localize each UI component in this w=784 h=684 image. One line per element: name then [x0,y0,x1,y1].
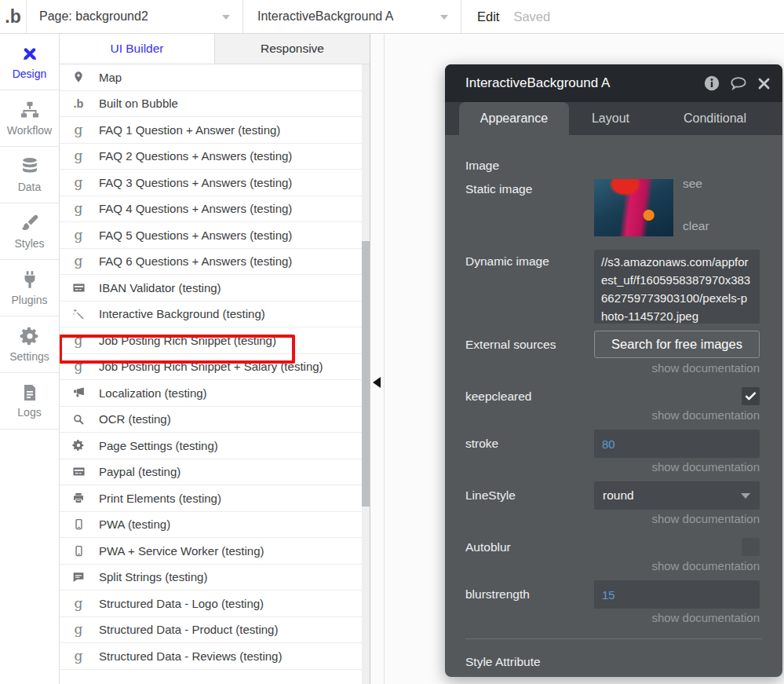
magic-wand-icon [69,308,88,320]
sidebar-item-plugins[interactable]: Plugins [0,260,59,316]
keepcleared-checkbox[interactable] [742,387,760,405]
document-icon [20,383,39,402]
list-item[interactable]: g Structured Data - Logo (testing) [60,591,370,617]
tab-conditional[interactable]: Conditional [652,102,778,135]
list-item[interactable]: Print Elements (testing) [60,485,370,512]
plug-icon [20,269,40,290]
linestyle-select[interactable]: round [594,481,760,510]
list-item[interactable]: g Structured Data - Product (testing) [60,617,370,644]
list-item[interactable]: g FAQ 3 Questions + Answers (testing) [60,170,370,196]
topbar: .b Page: background2 InteractiveBackgrou… [0,0,784,34]
chevron-down-icon [440,15,448,20]
static-image-label: Static image [465,182,532,196]
collapse-panel-arrow-icon[interactable] [373,377,381,388]
stroke-input[interactable] [594,430,760,458]
show-documentation-link[interactable]: show documentation [651,361,760,375]
page-selector-dropdown[interactable]: Page: background2 [27,0,243,33]
search-free-images-button[interactable]: Search for free images [594,331,760,358]
property-editor-title: InteractiveBackground A [465,75,695,91]
sidebar-item-settings[interactable]: Settings [0,316,59,373]
bubble-logo[interactable]: .b [0,0,27,33]
list-item[interactable]: g FAQ 4 Questions + Answers (testing) [60,196,370,223]
property-editor-body: Image Static image see clear Dynamic ima… [445,135,782,677]
list-item-label: Structured Data - Product (testing) [99,623,278,636]
workflow-icon [20,100,40,120]
list-item[interactable]: Paypal (testing) [60,459,370,486]
sidebar-item-label: Design [13,68,47,80]
list-item[interactable]: Split Strings (testing) [60,565,370,591]
canvas-edge-line [384,34,385,684]
magnifier-icon [69,413,88,426]
list-item-label: Split Strings (testing) [99,570,207,583]
show-documentation-link[interactable]: show documentation [651,512,760,525]
speech-bubble-icon [69,571,88,583]
stroke-label: stroke [465,437,498,451]
list-item[interactable]: g Job Posting Rich Snippet + Salary (tes… [60,354,370,381]
see-link[interactable]: see [683,177,702,191]
google-g-icon: g [69,202,88,215]
sidebar-item-design[interactable]: Design [0,34,59,90]
list-item[interactable]: g FAQ 2 Questions + Answers (testing) [60,144,370,170]
chevron-down-icon [222,15,230,20]
list-item[interactable]: OCR (testing) [60,407,370,433]
tab-ui-builder[interactable]: UI Builder [60,34,215,64]
elements-panel-tabs: UI Builder Responsive [60,34,370,64]
show-documentation-link[interactable]: show documentation [651,408,760,422]
autoblur-checkbox[interactable] [742,538,760,556]
list-item-label: FAQ 3 Questions + Answers (testing) [99,176,292,189]
list-item[interactable]: Interactive Background (testing) [60,302,370,328]
sidebar-item-data[interactable]: Data [0,147,59,203]
elements-list: Map .b Built on Bubble g FAQ 1 Question … [60,64,370,670]
tab-responsive[interactable]: Responsive [215,34,370,64]
static-image-thumbnail[interactable] [594,179,673,236]
dynamic-image-label: Dynamic image [465,254,549,269]
list-item[interactable]: Page Settings (testing) [60,433,370,459]
clear-link[interactable]: clear [683,219,709,233]
show-documentation-link[interactable]: show documentation [651,559,760,572]
sidebar-item-workflow[interactable]: Workflow [0,90,59,147]
blurstrength-input[interactable] [594,580,760,609]
list-item-label: Map [99,71,122,84]
comment-icon[interactable] [729,75,748,92]
sidebar: Design Workflow Data Styles Plugins Sett… [0,34,60,684]
show-documentation-link[interactable]: show documentation [651,460,760,474]
design-icon [20,43,40,64]
printer-icon [69,492,88,504]
credit-card-icon [69,281,88,294]
section-divider [465,638,762,639]
close-icon[interactable] [757,76,771,91]
brush-icon [20,213,40,233]
list-item-label: Structured Data - Logo (testing) [99,597,264,610]
sidebar-item-logs[interactable]: Logs [0,373,59,430]
edit-menu[interactable]: Edit [477,0,499,33]
sidebar-item-label: Settings [9,350,49,363]
tab-layout[interactable]: Layout [569,102,652,135]
list-item-label: PWA + Service Worker (testing) [99,544,264,558]
list-item[interactable]: g Structured Data - Reviews (testing) [60,643,370,670]
dynamic-image-input[interactable]: //s3.amazonaws.com/appforest_uf/f1605958… [594,250,760,324]
list-item[interactable]: g Job Posting Rich Snippet (testing) [60,327,370,354]
list-item[interactable]: Localization (testing) [60,380,370,407]
list-item[interactable]: .b Built on Bubble [60,91,370,118]
list-item[interactable]: PWA (testing) [60,512,370,539]
list-item[interactable]: Map [60,64,370,91]
sidebar-item-label: Data [18,181,42,193]
list-item[interactable]: IBAN Validator (testing) [60,275,370,302]
tab-appearance[interactable]: Appearance [459,102,569,135]
list-scrollbar-thumb[interactable] [362,241,370,507]
property-editor-titlebar: InteractiveBackground A [445,64,782,102]
google-g-icon: g [69,597,88,610]
gear-icon [69,439,88,452]
list-item[interactable]: g FAQ 5 Questions + Answers (testing) [60,222,370,249]
external-sources-label: External sources [465,338,556,352]
list-scrollbar-track[interactable] [362,64,370,684]
list-item[interactable]: PWA + Service Worker (testing) [60,538,370,565]
list-item[interactable]: g FAQ 1 Question + Answer (testing) [60,117,370,144]
sidebar-item-styles[interactable]: Styles [0,203,59,260]
list-item[interactable]: g FAQ 6 Questions + Answers (testing) [60,249,370,276]
show-documentation-link[interactable]: show documentation [651,611,760,624]
element-selector-dropdown[interactable]: InteractiveBackground A [243,0,461,33]
info-icon[interactable] [703,75,720,92]
list-item-label: FAQ 1 Question + Answer (testing) [99,123,280,137]
linestyle-label: LineStyle [465,488,516,503]
